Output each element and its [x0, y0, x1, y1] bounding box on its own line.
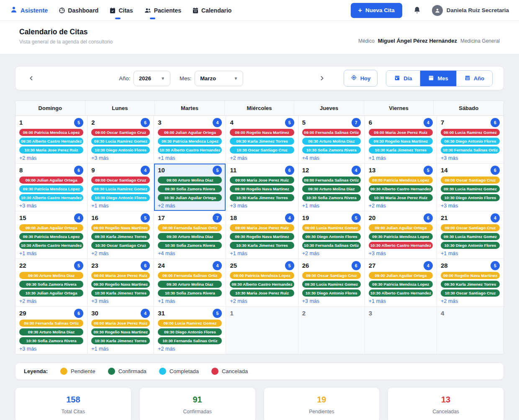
appointment-pill[interactable]: 10:30 Karla Jimenez Torres: [230, 242, 294, 249]
appointment-pill[interactable]: 10:30 Sofia Zamora Rivera: [158, 289, 222, 297]
calendar-day-cell[interactable]: 31509:00 Lucia Ramirez Gomez09:30 Diego …: [154, 307, 226, 354]
view-day-button[interactable]: Día: [386, 71, 420, 86]
more-appointments-link[interactable]: +1 más: [158, 155, 222, 161]
appointment-pill[interactable]: 10:30 Fernanda Salinas Ortiz: [441, 146, 500, 154]
more-appointments-link[interactable]: +1 más: [230, 251, 294, 256]
appointment-pill[interactable]: 09:30 Rogelio Nava Martinez: [230, 185, 294, 192]
appointment-pill[interactable]: 09:00 Oscar Santiago Cruz: [91, 129, 150, 136]
appointment-pill[interactable]: 09:00 Oscar Santiago Cruz: [91, 177, 150, 184]
appointment-pill[interactable]: 10:30 Alberto Castro Hernandez: [19, 194, 83, 201]
more-appointments-link[interactable]: +2 más: [19, 155, 83, 161]
calendar-day-cell[interactable]: 7609:00 Lucia Ramirez Gomez09:30 Diego A…: [437, 116, 504, 164]
more-appointments-link[interactable]: +3 más: [302, 298, 361, 304]
more-appointments-link[interactable]: +3 más: [91, 155, 150, 161]
calendar-day-cell[interactable]: 3: [365, 307, 437, 354]
view-year-button[interactable]: Año: [456, 71, 492, 86]
more-appointments-link[interactable]: +3 más: [19, 203, 83, 209]
appointment-pill[interactable]: 09:00 Arturo Molina Diaz: [19, 272, 83, 279]
calendar-day-cell[interactable]: 6409:00 Maria Jose Perez Ruiz09:30 Rogel…: [365, 116, 437, 164]
more-appointments-link[interactable]: +1 más: [369, 155, 433, 161]
appointment-pill[interactable]: 09:30 Karla Jimenez Torres: [91, 233, 150, 240]
appointment-pill[interactable]: 10:30 Karla Jimenez Torres: [369, 146, 433, 154]
appointment-pill[interactable]: 09:00 Maria Jose Perez Ruiz: [91, 320, 150, 327]
calendar-day-cell[interactable]: 4509:00 Rogelio Nava Martinez09:30 Karla…: [226, 116, 298, 164]
calendar-day-cell[interactable]: 28509:00 Rogelio Nava Martinez09:30 Karl…: [437, 259, 504, 307]
more-appointments-link[interactable]: +1 más: [369, 298, 433, 304]
appointment-pill[interactable]: 10:30 Maria Jose Perez Ruiz: [230, 289, 294, 297]
calendar-day-cell[interactable]: 29609:00 Fernanda Salinas Ortiz09:30 Art…: [15, 307, 87, 354]
appointment-pill[interactable]: 09:00 Oscar Santiago Cruz: [302, 272, 361, 279]
appointment-pill[interactable]: 10:30 Diego Antonio Flores: [441, 194, 500, 201]
more-appointments-link[interactable]: +1 más: [91, 203, 150, 209]
appointment-pill[interactable]: 10:30 Sofia Zamora Rivera: [19, 337, 83, 344]
calendar-day-cell[interactable]: 12409:00 Fernanda Salinas Ortiz09:30 Art…: [298, 164, 365, 211]
appointment-pill[interactable]: 09:30 Diego Antonio Flores: [158, 328, 222, 335]
appointment-pill[interactable]: 09:00 Fernanda Salinas Ortiz: [158, 272, 222, 279]
appointment-pill[interactable]: 10:30 Diego Antonio Flores: [302, 289, 361, 297]
appointment-pill[interactable]: 09:30 Rogelio Nava Martinez: [369, 138, 433, 145]
appointment-pill[interactable]: 09:30 Alberto Castro Hernandez: [369, 185, 433, 192]
calendar-day-cell[interactable]: 21409:00 Oscar Santiago Cruz09:30 Lucia …: [437, 211, 504, 259]
appointment-pill[interactable]: 09:00 Fernanda Salinas Ortiz: [302, 129, 361, 136]
calendar-day-cell[interactable]: 22509:00 Arturo Molina Diaz09:30 Sofia Z…: [15, 259, 87, 307]
calendar-day-cell[interactable]: 5709:00 Fernanda Salinas Ortiz09:30 Artu…: [298, 116, 365, 164]
appointment-pill[interactable]: 09:00 Oscar Santiago Cruz: [441, 224, 500, 231]
more-appointments-link[interactable]: +2 más: [441, 298, 500, 304]
appointment-pill[interactable]: 09:30 Arturo Molina Diaz: [302, 185, 361, 192]
calendar-day-cell[interactable]: 2609:00 Oscar Santiago Cruz09:30 Lucia R…: [87, 116, 154, 164]
appointment-pill[interactable]: 09:00 Maria Jose Perez Ruiz: [230, 224, 294, 231]
calendar-day-cell[interactable]: 8609:00 Julian Aguilar Ortega09:30 Patri…: [15, 164, 87, 211]
appointment-pill[interactable]: 10:30 Oscar Santiago Cruz: [91, 242, 150, 249]
appointment-pill[interactable]: 09:30 Karla Jimenez Torres: [230, 138, 294, 145]
calendar-day-cell[interactable]: 16509:00 Rogelio Nava Martinez09:30 Karl…: [87, 211, 154, 259]
brand-assistant[interactable]: Asistente: [10, 6, 48, 15]
calendar-day-cell[interactable]: 19509:00 Lucia Ramirez Gomez09:30 Diego …: [298, 211, 365, 259]
appointment-pill[interactable]: 09:00 Patricia Mendoza Lopez: [230, 272, 294, 279]
more-appointments-link[interactable]: +3 más: [19, 346, 83, 352]
more-appointments-link[interactable]: +2 más: [158, 203, 222, 209]
more-appointments-link[interactable]: +2 más: [302, 251, 361, 256]
appointment-pill[interactable]: 10:30 Alberto Castro Hernandez: [369, 242, 433, 249]
calendar-day-cell[interactable]: 2: [298, 307, 365, 354]
appointment-pill[interactable]: 09:00 Julian Aguilar Ortega: [369, 272, 433, 279]
more-appointments-link[interactable]: +4 más: [158, 251, 222, 256]
appointment-pill[interactable]: 09:30 Lucia Ramirez Gomez: [302, 281, 361, 288]
more-appointments-link[interactable]: +2 más: [230, 298, 294, 304]
appointment-pill[interactable]: 09:30 Diego Antonio Flores: [302, 233, 361, 240]
appointment-pill[interactable]: 10:30 Sofia Zamora Rivera: [302, 194, 361, 201]
appointment-pill[interactable]: 09:30 Alberto Castro Hernandez: [230, 281, 294, 288]
appointment-pill[interactable]: 09:00 Julian Aguilar Ortega: [19, 177, 83, 184]
appointment-pill[interactable]: 09:30 Arturo Molina Diaz: [302, 138, 361, 145]
appointment-pill[interactable]: 09:30 Patricia Mendoza Lopez: [19, 233, 83, 240]
appointment-pill[interactable]: 09:30 Lucia Ramirez Gomez: [441, 233, 500, 240]
calendar-day-cell[interactable]: 27409:00 Julian Aguilar Ortega09:30 Patr…: [365, 259, 437, 307]
today-button[interactable]: Hoy: [344, 70, 378, 87]
notifications-bell-icon[interactable]: [413, 6, 421, 14]
appointment-pill[interactable]: 10:30 Maria Jose Perez Ruiz: [369, 194, 433, 201]
appointment-pill[interactable]: 10:30 Karla Jimenez Torres: [230, 194, 294, 201]
more-appointments-link[interactable]: +3 más: [441, 155, 500, 161]
appointment-pill[interactable]: 09:30 Alberto Castro Hernandez: [19, 138, 83, 145]
nav-item-pacientes[interactable]: Pacientes: [144, 7, 181, 14]
calendar-day-cell[interactable]: 25509:00 Patricia Mendoza Lopez09:30 Alb…: [226, 259, 298, 307]
appointment-pill[interactable]: 09:30 Sofia Zamora Rivera: [19, 281, 83, 288]
appointment-pill[interactable]: 09:00 Arturo Molina Diaz: [158, 177, 222, 184]
more-appointments-link[interactable]: +2 más: [158, 346, 222, 352]
calendar-day-cell[interactable]: 17709:00 Fernanda Salinas Ortiz09:30 Art…: [154, 211, 226, 259]
appointment-pill[interactable]: 09:30 Patricia Mendoza Lopez: [19, 185, 83, 192]
year-select[interactable]: 2026 ▼: [134, 71, 170, 86]
appointment-pill[interactable]: 09:30 Arturo Molina Diaz: [158, 281, 222, 288]
appointment-pill[interactable]: 10:30 Diego Antonio Flores: [441, 242, 500, 249]
calendar-day-cell[interactable]: 11609:00 Maria Jose Perez Ruiz09:30 Roge…: [226, 164, 298, 211]
appointment-pill[interactable]: 10:30 Alberto Castro Hernandez: [158, 146, 222, 154]
new-appointment-button[interactable]: + Nueva Cita: [351, 3, 402, 18]
nav-item-calendario[interactable]: Calendario: [192, 7, 231, 14]
appointment-pill[interactable]: 09:30 Patricia Mendoza Lopez: [369, 233, 433, 240]
appointment-pill[interactable]: 10:30 Oscar Santiago Cruz: [441, 289, 500, 297]
appointment-pill[interactable]: 09:00 Maria Jose Perez Ruiz: [369, 129, 433, 136]
more-appointments-link[interactable]: +3 más: [230, 203, 294, 209]
appointment-pill[interactable]: 09:00 Julian Aguilar Ortega: [158, 129, 222, 136]
appointment-pill[interactable]: 10:30 Julian Aguilar Ortega: [19, 289, 83, 297]
calendar-day-cell[interactable]: 13509:00 Patricia Mendoza Lopez09:30 Alb…: [365, 164, 437, 211]
appointment-pill[interactable]: 09:30 Patricia Mendoza Lopez: [158, 138, 222, 145]
